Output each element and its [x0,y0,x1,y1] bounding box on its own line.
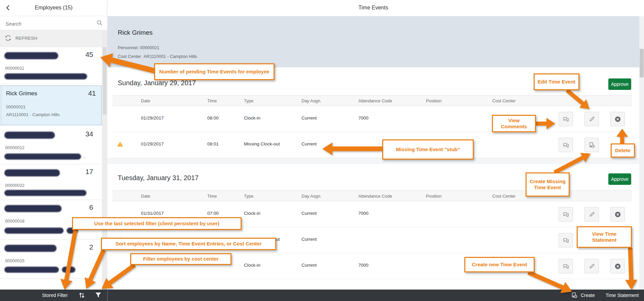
redacted-employee-info [4,73,87,79]
view-comments-button[interactable] [559,138,573,152]
employees-sidebar: Employees (15) REFRESH 45 00000011 [0,0,107,301]
redacted-employee-info [4,154,81,160]
search-icon[interactable] [96,20,103,27]
cell-type: Clock-in [244,263,260,268]
pencil-icon [585,211,599,218]
approve-button[interactable]: Approve [608,78,631,90]
pending-count-badge: 34 [85,130,93,138]
column-header-type: Type [244,98,253,103]
column-header-time: Time [207,98,217,103]
cell-day-asgn: Current [301,115,317,121]
filter-employees-button[interactable] [95,292,102,299]
column-header-time: Time [207,193,217,198]
create-button-label[interactable]: Create [581,293,595,298]
view-comments-button[interactable] [559,259,573,273]
employee-header-name: Rick Grimes [118,29,152,36]
annotation-sort-employees: Sort employees by Name, Time Event Entri… [101,238,276,250]
delete-time-event-button[interactable] [610,207,625,222]
create-time-event-button[interactable] [571,292,578,300]
section-heading: Tuesday, January 31, 2017 [118,174,199,182]
cell-date: 01/29/2017 [141,141,164,146]
column-header-attendance-code: Attendance Code [358,98,392,103]
page-title: Time Events [107,5,639,11]
time-statement-button[interactable]: Time Statement [606,293,639,298]
annotation-create-new: Create new Time Event [464,257,535,272]
delete-time-event-button[interactable] [610,259,625,273]
employee-id: 00000018 [5,219,25,224]
cell-date: 01/31/2017 [141,211,164,216]
cost-center-label: Cost Center [118,54,141,59]
view-comments-button[interactable] [559,112,573,126]
annotation-view-comments: View Comments [492,115,536,132]
employee-list-item[interactable]: 17 00000022 [0,164,102,200]
employee-id: 00000021 [6,104,26,109]
employee-list-item-selected[interactable]: Rick Grimes 41 00000021 AR1110001 - Camp… [1,86,102,125]
employee-header-personnel: Personnel: 00000021 [118,45,159,50]
delete-time-event-button[interactable] [610,112,625,126]
column-header-attendance-code: Attendance Code [358,193,392,198]
search-input[interactable] [5,19,90,28]
time-events-app: Employees (15) REFRESH 45 00000011 [0,0,644,301]
view-comments-button[interactable] [559,207,573,222]
view-comments-button[interactable] [559,233,573,247]
table-header-row: Date Time Type Day Asgn. Attendance Code… [112,95,632,106]
sidebar-header: Employees (15) [0,0,107,16]
pending-count-badge: 17 [85,168,93,176]
annotation-create-missing: Create Missing Time Event [526,172,570,197]
comments-icon [559,263,573,270]
document-clock-plus-icon [585,142,599,148]
refresh-label: REFRESH [15,36,37,41]
annotation-filter-employees: Filter employees by cost center [130,253,231,265]
cell-date: 01/29/2017 [141,115,164,121]
approve-button[interactable]: Approve [608,173,631,185]
sort-icon [78,295,85,300]
refresh-icon [5,35,11,41]
edit-time-event-button[interactable] [584,259,599,273]
redacted-employee-name [4,245,57,252]
cell-type: Clock-in [244,211,260,216]
employee-object-header: Rick Grimes Personnel: 00000021 Cost Cen… [107,16,644,67]
redacted-employee-info [4,267,59,273]
annotation-pending-count: Number of pending Time Events for employ… [154,63,275,80]
main-scrollbar-thumb[interactable] [640,49,644,77]
cell-day-asgn: Current [301,263,317,268]
column-header-type: Type [244,193,253,198]
pending-count-badge: 2 [89,243,93,251]
employee-list-item[interactable]: 2 00000015 [0,240,102,279]
sidebar-title: Employees (15) [0,5,107,11]
redacted-employee-name [4,132,55,139]
employee-id: 00000015 [5,258,25,263]
cell-attendance-code: 7000 [358,115,368,121]
cell-type: Missing Clock-out [244,141,280,146]
time-event-row[interactable]: 01/29/2017 08:01 Missing Clock-out Curre… [112,132,632,158]
sort-employees-button[interactable] [78,292,85,300]
cell-time: 08:01 [207,141,219,146]
redacted-employee-name [4,52,58,59]
pending-count-badge: 45 [85,51,93,59]
redacted-employee-info [4,190,86,196]
annotation-view-time-statement: View Time Statement [577,226,632,248]
cell-time: 08:00 [207,115,219,121]
redacted-employee-info [4,228,64,234]
truncation-ellipsis: ... [83,154,86,159]
redacted-employee-name [4,169,60,176]
filter-funnel-icon [95,294,102,299]
time-event-row[interactable]: 01/29/2017 08:00 Clock-in Current 7000 [112,106,632,132]
cell-time: 07:00 [207,211,219,216]
pencil-icon [585,263,599,270]
section-heading: Sunday, January 29, 2017 [118,79,196,87]
column-header-day-asgn: Day Asgn. [301,98,321,103]
pending-count-badge: 41 [88,89,96,97]
cost-center-value: AR1110001 - Campton Hills [144,54,197,59]
employee-list-item[interactable]: 45 00000011 [0,47,102,84]
stored-filter-button[interactable]: Stored Filter [42,293,68,298]
column-header-date: Date [141,98,150,103]
sidebar-scrollbar-thumb[interactable] [103,47,107,114]
employee-name: Rick Grimes [6,90,37,97]
edit-time-event-button[interactable] [584,207,599,222]
create-missing-time-event-button[interactable] [584,138,599,152]
edit-time-event-button[interactable] [584,112,599,126]
employee-list-item[interactable]: 34 00000012 ... [0,127,102,164]
refresh-button[interactable]: REFRESH [0,30,107,47]
redacted-employee-name [4,205,62,212]
